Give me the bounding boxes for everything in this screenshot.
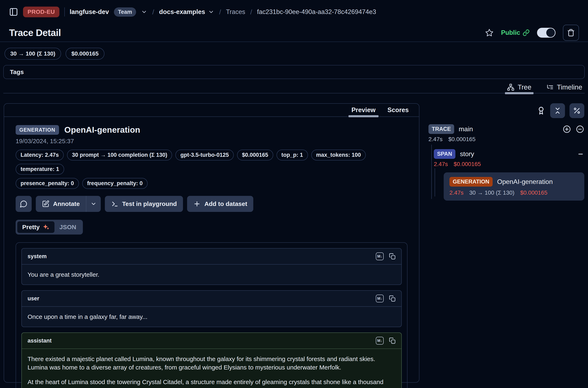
panel-body: GENERATION OpenAI-generation 19/03/2024,… (4, 117, 419, 388)
tree-node-span[interactable]: SPAN story (434, 149, 584, 159)
message-system: system M↓ You are a great storyteller. (21, 248, 402, 285)
chevrons-down-up-icon (554, 107, 562, 115)
copy-icon[interactable] (389, 253, 396, 260)
markdown-icon[interactable]: M↓ (376, 337, 384, 345)
tab-preview[interactable]: Preview (351, 106, 375, 114)
org-chevron-down-icon[interactable] (141, 9, 147, 15)
span-metrics: 2.47s $0.000165 (434, 161, 584, 168)
sidebar-toggle-icon[interactable] (9, 7, 18, 17)
trace-summary-badges: 30 → 100 (Σ 130) $0.000165 (0, 48, 588, 60)
trace-metrics: 2.47s $0.000165 (429, 136, 584, 143)
observation-type-badge: GENERATION (16, 125, 59, 135)
message-actions: M↓ (376, 337, 396, 345)
copy-icon[interactable] (389, 337, 396, 344)
award-icon[interactable] (537, 106, 546, 115)
timeline-view-icon (546, 84, 554, 91)
tab-tree[interactable]: Tree (506, 81, 532, 93)
collapse-all-button[interactable] (550, 103, 565, 118)
cost-badge[interactable]: $0.000165 (66, 48, 104, 60)
terminal-icon (111, 200, 118, 208)
content: Preview Scores GENERATION OpenAI-generat… (0, 93, 588, 383)
pretty-label: Pretty (22, 224, 40, 231)
percent-icon (573, 107, 581, 115)
panel-tabs: Preview Scores (4, 104, 419, 117)
link-icon (523, 29, 530, 36)
square-pen-icon (42, 200, 49, 208)
breadcrumb-trace-id: fac231bc-90ee-490a-aa32-78c4269474e3 (257, 8, 376, 16)
add-to-dataset-button[interactable]: Add to dataset (187, 196, 253, 212)
breadcrumb-org[interactable]: langfuse-dev (70, 8, 109, 16)
top-p-badge[interactable]: top_p: 1 (276, 149, 308, 160)
io-preview: system M↓ You are a great storyteller. u… (16, 242, 407, 388)
topbar: PROD-EU langfuse-dev Team / docs-example… (0, 0, 588, 24)
message-actions: M↓ (376, 252, 396, 260)
tags-label: Tags (10, 69, 24, 75)
comment-button[interactable] (16, 196, 32, 212)
temperature-badge[interactable]: temperature: 1 (16, 164, 64, 175)
format-pretty[interactable]: Pretty (17, 221, 54, 233)
trace-latency: 2.47s (429, 136, 443, 143)
tab-timeline-label: Timeline (557, 83, 582, 91)
message-actions: M↓ (376, 295, 396, 302)
breadcrumb-separator: / (250, 8, 252, 16)
tree-node-generation-selected[interactable]: GENERATION OpenAI-generation 2.47s 30 → … (444, 172, 584, 201)
playground-label: Test in playground (122, 200, 177, 207)
span-cost: $0.000165 (454, 161, 481, 168)
annotate-button[interactable]: Annotate (36, 196, 86, 212)
breadcrumb-traces[interactable]: Traces (226, 8, 245, 16)
max-tokens-badge[interactable]: max_tokens: 100 (311, 149, 366, 160)
actions-row: Annotate Test in playground (16, 196, 407, 212)
breadcrumb-project[interactable]: docs-examples (159, 8, 214, 16)
trace-cost: $0.000165 (448, 136, 475, 143)
metrics-toggle-button[interactable] (569, 103, 584, 118)
span-children: GENERATION OpenAI-generation 2.47s 30 → … (444, 168, 584, 201)
breadcrumb-separator: / (152, 8, 154, 16)
message-header: assistant M↓ (22, 333, 401, 349)
environment-badge[interactable]: PROD-EU (23, 7, 59, 17)
token-badge[interactable]: 30 prompt → 100 completion (Σ 130) (67, 149, 172, 160)
tags-panel[interactable]: Tags (3, 65, 585, 79)
tree-node-trace[interactable]: TRACE main (429, 124, 584, 134)
observation-detail-panel: Preview Scores GENERATION OpenAI-generat… (4, 103, 419, 383)
star-icon[interactable] (485, 28, 494, 37)
generation-badge: GENERATION (450, 177, 493, 187)
sparkles-icon (43, 224, 49, 231)
circle-plus-icon[interactable] (563, 125, 571, 134)
tab-timeline[interactable]: Timeline (545, 81, 583, 93)
org-type-badge: Team (114, 7, 136, 17)
copy-icon[interactable] (389, 295, 396, 302)
latency-badge[interactable]: Latency: 2.47s (16, 149, 64, 160)
presence-penalty-badge[interactable]: presence_penalty: 0 (16, 178, 79, 189)
trash-icon (567, 29, 575, 37)
page-title: Trace Detail (9, 27, 61, 38)
assistant-paragraph: There existed a majestic planet called L… (27, 355, 396, 371)
token-usage-badge[interactable]: 30 → 100 (Σ 130) (4, 48, 61, 60)
minus-icon[interactable] (577, 150, 584, 158)
delete-trace-button[interactable] (563, 25, 579, 41)
span-badge: SPAN (434, 149, 455, 159)
cost-badge[interactable]: $0.000165 (237, 149, 273, 160)
annotate-dropdown-button[interactable] (86, 196, 101, 212)
toggle-knob (546, 28, 555, 37)
markdown-icon[interactable]: M↓ (376, 252, 384, 260)
span-latency: 2.47s (434, 161, 448, 168)
markdown-icon[interactable]: M↓ (376, 295, 384, 302)
circle-minus-icon[interactable] (576, 125, 584, 134)
test-in-playground-button[interactable]: Test in playground (105, 196, 183, 212)
frequency-penalty-badge[interactable]: frequency_penalty: 0 (82, 178, 148, 189)
project-chevron-down-icon[interactable] (208, 9, 214, 15)
message-assistant: assistant M↓ There existed a majestic pl… (21, 333, 402, 388)
public-share-link[interactable]: Public (501, 29, 530, 36)
generation-row: GENERATION OpenAI-generation (450, 177, 579, 187)
observation-header: GENERATION OpenAI-generation (16, 125, 407, 135)
public-toggle[interactable] (537, 28, 556, 38)
trace-tree: TRACE main 2.47s $0.000165 SPAN (429, 124, 584, 201)
tab-tree-label: Tree (518, 83, 531, 91)
assistant-paragraph: At the heart of Lumina stood the towerin… (27, 378, 396, 388)
tab-scores[interactable]: Scores (387, 106, 409, 114)
title-actions: Public (485, 25, 579, 41)
model-badge[interactable]: gpt-3.5-turbo-0125 (175, 149, 234, 160)
format-json[interactable]: JSON (54, 221, 81, 233)
observation-title: OpenAI-generation (64, 125, 140, 135)
trace-name: main (459, 125, 473, 133)
